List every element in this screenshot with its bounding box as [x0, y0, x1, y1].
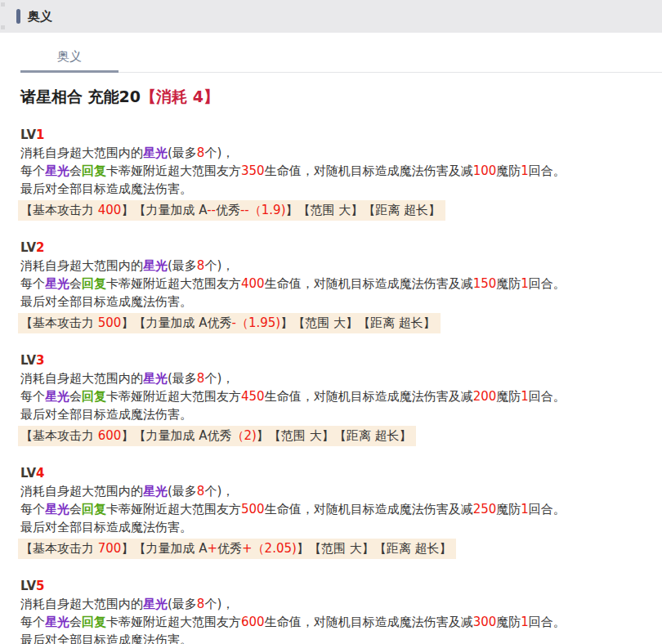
text: 魔防: [496, 276, 521, 291]
value-coef: （1.95): [236, 315, 280, 330]
value-count: 8: [197, 371, 205, 386]
text: 会: [69, 276, 82, 291]
keyword-heal: 回复: [82, 615, 106, 629]
text: 】【力量加成 A: [121, 428, 207, 443]
value-hp: 350: [241, 163, 265, 178]
level-line2: 每个星光会回复卡蒂娅附近超大范围友方350生命值，对随机目标造成魔法伤害及减10…: [20, 162, 662, 180]
text: 回合。: [529, 163, 566, 178]
value-hp: 600: [241, 615, 265, 629]
level-line3: 最后对全部目标造成魔法伤害。: [20, 293, 662, 311]
text: 卡蒂娅附近超大范围友方: [106, 276, 241, 291]
lv-number: 3: [36, 353, 44, 368]
text: 】【范围 大】【距离 超长】: [280, 315, 436, 330]
section-header: 奥义: [0, 0, 662, 33]
value-mod1: --: [207, 203, 216, 217]
skill-title: 诸星相合 充能20【消耗 4】: [20, 87, 662, 108]
skill-name: 诸星相合 充能20: [20, 87, 141, 105]
level-block-4: LV4 消耗自身超大范围内的星光(最多8个)， 每个星光会回复卡蒂娅附近超大范围…: [20, 464, 662, 559]
level-line1: 消耗自身超大范围内的星光(最多8个)，: [20, 144, 662, 162]
value-mod1: +: [207, 541, 217, 556]
text: 【基本攻击力: [20, 315, 98, 330]
lv-prefix: LV: [20, 579, 36, 593]
keyword-starlight: 星光: [45, 163, 69, 178]
text: 会: [69, 502, 82, 517]
text: (最多: [168, 597, 197, 611]
stat-line: 【基本攻击力 500】【力量加成 A优秀-（1.95)】【范围 大】【距离 超长…: [18, 313, 441, 333]
lv-prefix: LV: [20, 466, 36, 481]
text: (最多: [168, 371, 197, 386]
level-line2: 每个星光会回复卡蒂娅附近超大范围友方450生命值，对随机目标造成魔法伤害及减20…: [20, 387, 662, 405]
value-turns: 1: [521, 615, 529, 629]
text: 卡蒂娅附近超大范围友方: [106, 502, 241, 517]
value-mdef: 300: [473, 615, 497, 629]
text: 魔防: [496, 502, 521, 517]
section-title: 奥义: [28, 9, 52, 25]
value-count: 8: [197, 258, 205, 273]
value-coef: （1.9): [249, 203, 286, 217]
text: 】【范围 大】【距离 超长】: [257, 428, 412, 443]
text: 生命值，对随机目标造成魔法伤害及减: [265, 389, 473, 404]
level-line1: 消耗自身超大范围内的星光(最多8个)，: [20, 482, 662, 500]
value-hp: 400: [241, 276, 265, 291]
lv-number: 1: [36, 127, 44, 142]
value-turns: 1: [521, 163, 529, 178]
level-label: LV4: [20, 464, 662, 482]
text: 消耗自身超大范围内的: [20, 145, 143, 160]
stat-line: 【基本攻击力 600】【力量加成 A优秀（2)】【范围 大】【距离 超长】: [18, 426, 416, 446]
keyword-starlight: 星光: [45, 276, 69, 291]
level-line3: 最后对全部目标造成魔法伤害。: [20, 518, 662, 536]
skill-levels: LV1 消耗自身超大范围内的星光(最多8个)， 每个星光会回复卡蒂娅附近超大范围…: [0, 126, 662, 644]
text: 生命值，对随机目标造成魔法伤害及减: [265, 163, 473, 178]
tab-aoyi[interactable]: 奥义: [20, 46, 119, 73]
accent-bar: [16, 9, 20, 24]
text: 生命值，对随机目标造成魔法伤害及减: [265, 276, 473, 291]
text: 生命值，对随机目标造成魔法伤害及减: [265, 502, 473, 517]
text: 卡蒂娅附近超大范围友方: [106, 163, 241, 178]
level-line1: 消耗自身超大范围内的星光(最多8个)，: [20, 257, 662, 275]
value-mod2: +: [242, 541, 253, 556]
text: 优秀: [207, 315, 231, 330]
value-coef: （2.05): [253, 541, 297, 556]
edge-decoration: [1, 2, 5, 7]
text: 优秀: [216, 203, 240, 217]
text: 消耗自身超大范围内的: [20, 484, 143, 499]
level-label: LV2: [20, 239, 662, 257]
level-line2: 每个星光会回复卡蒂娅附近超大范围友方500生命值，对随机目标造成魔法伤害及减25…: [20, 500, 662, 518]
text: 】【范围 大】【距离 超长】: [286, 203, 441, 217]
text: 魔防: [496, 389, 521, 404]
value-turns: 1: [521, 389, 529, 404]
lv-prefix: LV: [20, 240, 36, 255]
text: 消耗自身超大范围内的: [20, 258, 143, 273]
text: 会: [69, 389, 82, 404]
value-atk: 600: [98, 428, 122, 443]
tab-bar: 奥义: [20, 46, 662, 73]
level-block-5: LV5 消耗自身超大范围内的星光(最多8个)， 每个星光会回复卡蒂娅附近超大范围…: [20, 577, 662, 644]
level-block-3: LV3 消耗自身超大范围内的星光(最多8个)， 每个星光会回复卡蒂娅附近超大范围…: [20, 351, 662, 446]
keyword-heal: 回复: [82, 276, 106, 291]
level-line1: 消耗自身超大范围内的星光(最多8个)，: [20, 369, 662, 387]
text: 】【力量加成 A: [121, 541, 207, 556]
level-line2: 每个星光会回复卡蒂娅附近超大范围友方600生命值，对随机目标造成魔法伤害及减30…: [20, 613, 662, 631]
text: 【基本攻击力: [20, 428, 98, 443]
level-line1: 消耗自身超大范围内的星光(最多8个)，: [20, 595, 662, 613]
value-mdef: 200: [473, 389, 497, 404]
stat-line: 【基本攻击力 700】【力量加成 A+优秀+（2.05)】【范围 大】【距离 超…: [18, 539, 456, 559]
lv-number: 4: [36, 466, 44, 481]
level-label: LV5: [20, 577, 662, 595]
text: 回合。: [529, 502, 566, 517]
value-mdef: 150: [473, 276, 497, 291]
stat-line: 【基本攻击力 400】【力量加成 A--优秀--（1.9)】【范围 大】【距离 …: [18, 200, 445, 221]
value-atk: 400: [98, 203, 122, 217]
lv-number: 5: [36, 579, 44, 593]
text: 回合。: [529, 615, 566, 629]
text: 每个: [20, 615, 45, 629]
text: 优秀: [207, 428, 231, 443]
text: 每个: [20, 276, 45, 291]
text: 个)，: [204, 258, 234, 273]
value-count: 8: [197, 145, 205, 160]
text: 每个: [20, 502, 45, 517]
level-block-2: LV2 消耗自身超大范围内的星光(最多8个)， 每个星光会回复卡蒂娅附近超大范围…: [20, 239, 662, 333]
value-count: 8: [197, 484, 205, 499]
value-hp: 450: [241, 389, 265, 404]
text: 个)，: [204, 371, 234, 386]
